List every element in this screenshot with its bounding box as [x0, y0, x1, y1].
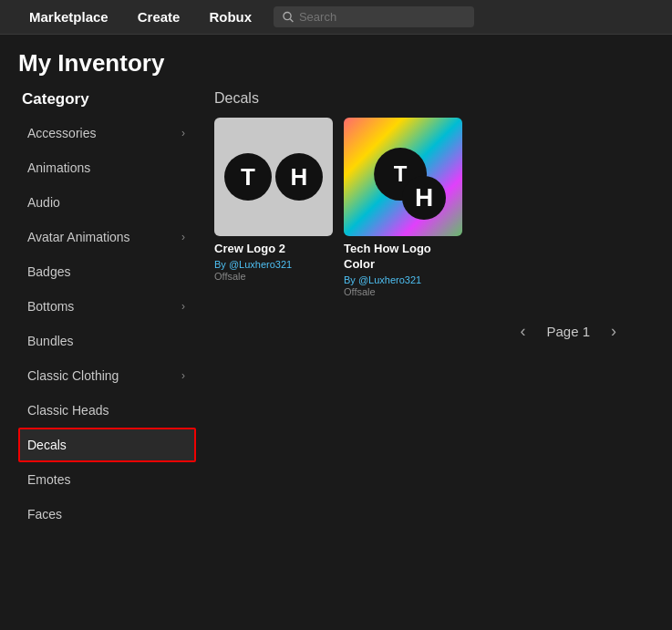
search-icon: [283, 11, 294, 23]
content-area: Decals T H Crew Logo 2: [196, 90, 654, 532]
item-card-tech-how-logo-color[interactable]: T H Tech How Logo Color By @Luxhero321 O…: [344, 118, 462, 297]
nav-robux[interactable]: Robux: [194, 0, 266, 34]
crew-circle-t: T: [224, 153, 272, 201]
sidebar-label-animations: Animations: [27, 160, 90, 175]
page-content: My Inventory Category Accessories › Anim…: [0, 35, 672, 532]
pagination: ‹ Page 1 ›: [214, 319, 654, 345]
sidebar-item-classic-clothing[interactable]: Classic Clothing ›: [18, 358, 196, 393]
sidebar-item-accessories[interactable]: Accessories ›: [18, 116, 196, 150]
sidebar-label-audio: Audio: [27, 195, 60, 210]
sidebar-label-classic-clothing: Classic Clothing: [27, 368, 119, 383]
item-creator-crew-logo-2[interactable]: @Luxhero321: [229, 259, 292, 270]
prev-page-button[interactable]: ‹: [510, 319, 535, 345]
next-page-button[interactable]: ›: [601, 319, 626, 345]
item-thumbnail-crew-logo-2: T H: [214, 118, 333, 236]
chevron-icon: ›: [181, 300, 185, 313]
sidebar-label-classic-heads: Classic Heads: [27, 403, 109, 418]
svg-line-1: [290, 19, 293, 22]
crew-circle-h: H: [275, 153, 323, 201]
item-by-tech-how-logo-color: By @Luxhero321: [344, 274, 462, 285]
items-grid: T H Crew Logo 2 By @Luxhero321 Offsale: [214, 118, 654, 297]
svg-point-0: [284, 12, 291, 19]
item-name-crew-logo-2: Crew Logo 2: [214, 242, 333, 257]
item-card-crew-logo-2[interactable]: T H Crew Logo 2 By @Luxhero321 Offsale: [214, 118, 333, 297]
item-creator-tech-how-logo-color[interactable]: @Luxhero321: [358, 274, 421, 285]
item-name-tech-how-logo-color: Tech How Logo Color: [344, 242, 462, 273]
sidebar-label-bottoms: Bottoms: [27, 299, 74, 314]
sidebar-item-faces[interactable]: Faces: [18, 497, 196, 532]
item-status-crew-logo-2: Offsale: [214, 271, 333, 282]
top-nav: Marketplace Create Robux: [0, 0, 672, 35]
page-label: Page 1: [546, 324, 590, 339]
sidebar-item-avatar-animations[interactable]: Avatar Animations ›: [18, 220, 196, 254]
tech-circle-h: H: [402, 176, 446, 220]
search-bar[interactable]: [274, 6, 474, 27]
chevron-icon: ›: [181, 127, 185, 139]
sidebar-label-decals: Decals: [27, 438, 67, 452]
main-area: Category Accessories › Animations Audio …: [18, 90, 654, 532]
item-thumbnail-tech-how-logo-color: T H: [344, 118, 462, 236]
chevron-icon: ›: [181, 369, 185, 382]
sidebar-item-bottoms[interactable]: Bottoms ›: [18, 289, 196, 324]
sidebar-item-badges[interactable]: Badges: [18, 254, 196, 289]
sidebar: Category Accessories › Animations Audio …: [18, 90, 196, 532]
sidebar-item-classic-heads[interactable]: Classic Heads: [18, 393, 196, 428]
sidebar-label-badges: Badges: [27, 264, 70, 279]
sidebar-item-audio[interactable]: Audio: [18, 185, 196, 220]
sidebar-item-animations[interactable]: Animations: [18, 150, 196, 185]
sidebar-item-decals[interactable]: Decals: [18, 428, 196, 462]
sidebar-item-emotes[interactable]: Emotes: [18, 462, 196, 497]
sidebar-label-avatar-animations: Avatar Animations: [27, 230, 130, 244]
search-input[interactable]: [299, 10, 465, 24]
item-status-tech-how-logo-color: Offsale: [344, 286, 462, 297]
sidebar-label-faces: Faces: [27, 507, 62, 522]
nav-create[interactable]: Create: [123, 0, 195, 34]
nav-marketplace[interactable]: Marketplace: [15, 0, 123, 34]
sidebar-label-accessories: Accessories: [27, 126, 96, 140]
category-header: Category: [18, 90, 196, 108]
sidebar-label-bundles: Bundles: [27, 334, 74, 348]
item-by-crew-logo-2: By @Luxhero321: [214, 259, 333, 270]
content-heading: Decals: [214, 90, 654, 107]
chevron-icon: ›: [181, 231, 185, 243]
page-title: My Inventory: [18, 49, 654, 77]
sidebar-item-bundles[interactable]: Bundles: [18, 324, 196, 358]
sidebar-label-emotes: Emotes: [27, 472, 70, 487]
